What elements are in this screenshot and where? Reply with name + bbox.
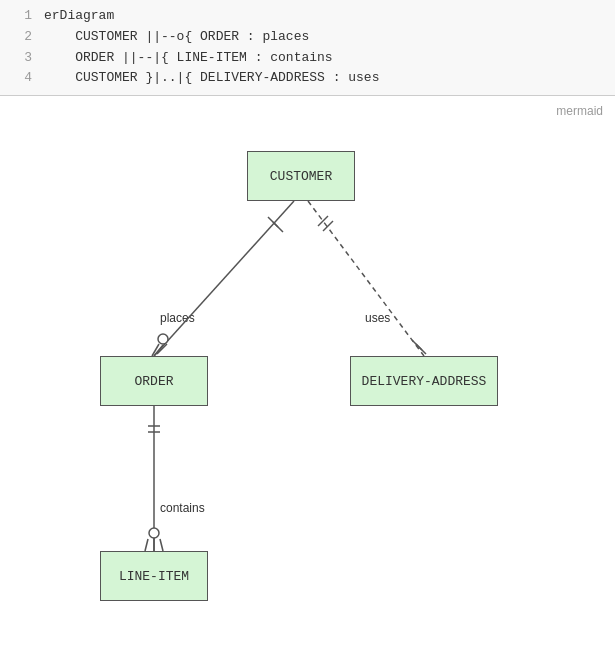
svg-line-13 xyxy=(308,201,424,356)
svg-point-9 xyxy=(158,334,168,344)
svg-line-22 xyxy=(145,539,148,551)
line-code-4: CUSTOMER }|..|{ DELIVERY-ADDRESS : uses xyxy=(44,68,379,89)
line-number-1: 1 xyxy=(8,6,32,27)
svg-line-16 xyxy=(412,340,422,350)
svg-line-17 xyxy=(416,344,426,354)
label-places: places xyxy=(160,311,195,325)
entity-order: ORDER xyxy=(100,356,208,406)
entity-customer: CUSTOMER xyxy=(247,151,355,201)
line-code-3: ORDER ||--|{ LINE-ITEM : contains xyxy=(44,48,333,69)
mermaid-label: mermaid xyxy=(556,104,603,118)
svg-point-21 xyxy=(149,528,159,538)
svg-line-11 xyxy=(154,345,163,356)
svg-line-14 xyxy=(318,216,328,226)
code-line-2: 2 CUSTOMER ||--o{ ORDER : places xyxy=(0,27,615,48)
entity-delivery-address: DELIVERY-ADDRESS xyxy=(350,356,498,406)
svg-line-15 xyxy=(323,221,333,231)
label-uses: uses xyxy=(365,311,390,325)
line-code-2: CUSTOMER ||--o{ ORDER : places xyxy=(44,27,309,48)
code-line-3: 3 ORDER ||--|{ LINE-ITEM : contains xyxy=(0,48,615,69)
line-code-1: erDiagram xyxy=(44,6,114,27)
line-number-4: 4 xyxy=(8,68,32,89)
svg-line-8 xyxy=(273,222,283,232)
svg-line-6 xyxy=(154,201,294,356)
svg-line-7 xyxy=(268,217,278,227)
label-contains: contains xyxy=(160,501,205,515)
line-number-3: 3 xyxy=(8,48,32,69)
er-diagram: mermaid CUSTOMER ORDER DELIVERY-ADDRESS … xyxy=(0,96,615,644)
line-number-2: 2 xyxy=(8,27,32,48)
svg-line-10 xyxy=(157,344,167,354)
entity-line-item: LINE-ITEM xyxy=(100,551,208,601)
code-line-1: 1 erDiagram xyxy=(0,6,615,27)
code-block: 1 erDiagram 2 CUSTOMER ||--o{ ORDER : pl… xyxy=(0,0,615,96)
code-line-4: 4 CUSTOMER }|..|{ DELIVERY-ADDRESS : use… xyxy=(0,68,615,89)
svg-line-12 xyxy=(152,344,159,356)
svg-line-24 xyxy=(160,539,163,551)
